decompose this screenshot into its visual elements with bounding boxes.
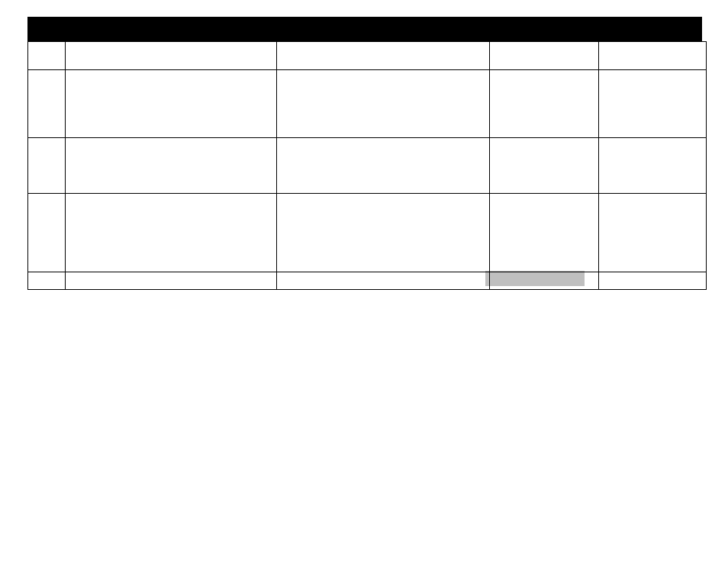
table-cell — [28, 138, 66, 194]
table-cell — [28, 272, 66, 290]
table-cell — [599, 194, 707, 272]
document-page — [0, 0, 728, 563]
table-cell — [66, 42, 277, 70]
table-cell — [599, 70, 707, 138]
table-cell — [490, 272, 599, 290]
table-cell — [599, 42, 707, 70]
table-cell — [490, 70, 599, 138]
table-cell — [277, 70, 490, 138]
table-cell — [277, 138, 490, 194]
table-cell — [490, 42, 599, 70]
table-cell — [277, 42, 490, 70]
table-cell — [490, 194, 599, 272]
table-cell — [28, 194, 66, 272]
table-cell — [277, 272, 490, 290]
table-cell — [599, 272, 707, 290]
data-table — [27, 41, 707, 290]
table-cell — [66, 272, 277, 290]
table-cell — [66, 194, 277, 272]
table-cell — [66, 138, 277, 194]
table-cell — [28, 42, 66, 70]
table-cell — [490, 138, 599, 194]
table-cell — [277, 194, 490, 272]
table-cell — [599, 138, 707, 194]
table-cell — [66, 70, 277, 138]
table-cell — [28, 70, 66, 138]
header-band — [27, 17, 702, 41]
